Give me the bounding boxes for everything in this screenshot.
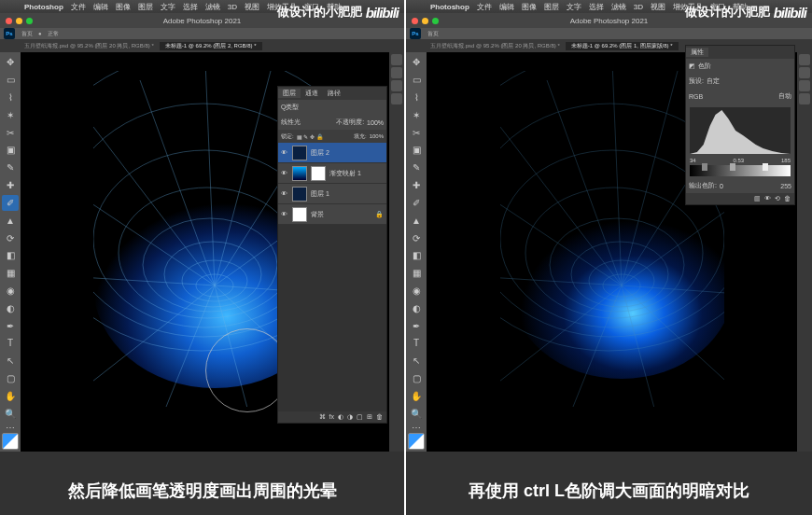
mask-icon[interactable]: ◐ <box>338 413 343 421</box>
frame-tool[interactable]: ▣ <box>2 142 19 159</box>
path-tool[interactable]: ↖ <box>408 353 425 369</box>
output-white[interactable]: 255 <box>780 183 791 189</box>
visibility-icon[interactable]: 👁 <box>281 149 288 156</box>
hand-tool[interactable]: ✋ <box>408 387 425 404</box>
wand-tool[interactable]: ✶ <box>2 106 19 123</box>
color-panel-icon[interactable] <box>799 54 810 65</box>
menu-edit[interactable]: 编辑 <box>93 2 108 12</box>
zoom-tool[interactable]: 🔍 <box>408 405 425 422</box>
blend-mode[interactable]: 正常 <box>48 30 59 38</box>
adjustments-panel-icon[interactable] <box>799 80 810 91</box>
pen-tool[interactable]: ✒ <box>2 317 19 334</box>
menu-file[interactable]: 文件 <box>477 2 492 12</box>
view-icon[interactable]: 👁 <box>764 195 771 202</box>
menu-type[interactable]: 文字 <box>567 2 581 12</box>
menu-file[interactable]: 文件 <box>71 2 86 12</box>
brush-tool[interactable]: ✐ <box>2 195 19 212</box>
tab-1[interactable]: 五月壁纸海报.psd @ 95.2% (图层 20 拷贝, RGB/8) * <box>19 42 160 50</box>
type-tool[interactable]: T <box>408 335 425 352</box>
input-slider[interactable] <box>690 165 791 176</box>
gradient-tool[interactable]: ▦ <box>408 265 425 282</box>
minimize-button[interactable] <box>16 18 22 24</box>
menu-edit[interactable]: 编辑 <box>499 2 514 12</box>
properties-panel[interactable]: 属性 ◩ 色阶 预设: 自定 RGB 自动 34 0.53 185 <box>685 45 795 205</box>
move-tool[interactable]: ✥ <box>408 54 425 71</box>
menu-3d[interactable]: 3D <box>634 3 643 11</box>
new-layer-icon[interactable]: ⊞ <box>367 413 372 421</box>
color-swatch[interactable] <box>408 433 425 450</box>
link-icon[interactable]: ⌘ <box>319 413 326 421</box>
edit-toolbar[interactable]: ⋯ <box>408 423 425 432</box>
clip-icon[interactable]: ▥ <box>754 195 761 202</box>
menu-type[interactable]: 文字 <box>161 2 175 12</box>
trash-icon[interactable]: 🗑 <box>784 195 791 202</box>
marquee-tool[interactable]: ▭ <box>2 72 19 89</box>
layer-item-bg[interactable]: 👁 背景 🔒 <box>278 204 386 225</box>
layers-panel-icon[interactable] <box>799 93 810 104</box>
input-black[interactable]: 34 <box>690 158 696 163</box>
minimize-button[interactable] <box>422 18 428 24</box>
ps-home-icon[interactable]: Ps <box>410 28 421 39</box>
menu-3d[interactable]: 3D <box>228 3 237 11</box>
maximize-button[interactable] <box>432 18 439 24</box>
pen-tool[interactable]: ✒ <box>408 317 425 334</box>
adjustments-panel-icon[interactable] <box>391 80 402 91</box>
fx-icon[interactable]: fx <box>329 413 334 421</box>
heal-tool[interactable]: ✚ <box>408 177 425 194</box>
tab-layers[interactable]: 图层 <box>278 89 301 98</box>
crop-tool[interactable]: ✂ <box>2 124 19 141</box>
menu-image[interactable]: 图像 <box>116 2 131 12</box>
fill-value[interactable]: 100% <box>370 133 384 139</box>
brush-tool[interactable]: ✐ <box>408 195 425 212</box>
marquee-tool[interactable]: ▭ <box>408 72 425 89</box>
crop-tool[interactable]: ✂ <box>408 124 425 141</box>
app-name[interactable]: Photoshop <box>24 3 63 11</box>
ps-home-icon[interactable]: Ps <box>4 28 15 39</box>
lock-icons[interactable]: ▦ ✎ ✥ 🔒 <box>297 133 323 140</box>
auto-button[interactable]: 自动 <box>778 91 791 101</box>
gradient-tool[interactable]: ▦ <box>2 265 19 282</box>
layer-item-1[interactable]: 👁 图层 1 <box>278 184 386 204</box>
edit-toolbar[interactable]: ⋯ <box>2 423 19 432</box>
menu-image[interactable]: 图像 <box>522 2 537 12</box>
stamp-tool[interactable]: ▲ <box>408 212 425 229</box>
home-button[interactable]: 首页 <box>21 30 33 38</box>
menu-layer[interactable]: 图层 <box>544 2 559 12</box>
menu-select[interactable]: 选择 <box>589 2 604 12</box>
blend-mode-select[interactable]: 线性光 <box>281 118 301 127</box>
menu-view[interactable]: 视图 <box>245 2 259 12</box>
history-brush-tool[interactable]: ⟳ <box>2 230 19 246</box>
reset-icon[interactable]: ⟲ <box>775 195 780 202</box>
preset-value[interactable]: 自定 <box>707 77 720 86</box>
color-swatch[interactable] <box>2 433 19 450</box>
heal-tool[interactable]: ✚ <box>2 177 19 194</box>
menu-view[interactable]: 视图 <box>651 2 665 12</box>
tab-2[interactable]: 未标题-1 @ 69.2% (图层 1, 图层蒙版/8) * <box>566 42 679 50</box>
tab-paths[interactable]: 路径 <box>323 89 345 98</box>
color-panel-icon[interactable] <box>391 54 402 65</box>
blur-tool[interactable]: ◉ <box>408 283 425 299</box>
menu-select[interactable]: 选择 <box>183 2 198 12</box>
menu-filter[interactable]: 滤镜 <box>205 2 220 12</box>
trash-icon[interactable]: 🗑 <box>376 413 383 421</box>
eraser-tool[interactable]: ◧ <box>408 247 425 264</box>
zoom-tool[interactable]: 🔍 <box>2 405 19 422</box>
eyedropper-tool[interactable]: ✎ <box>2 160 19 176</box>
group-icon[interactable]: ▢ <box>357 413 363 421</box>
lasso-tool[interactable]: ⌇ <box>408 90 425 106</box>
type-tool[interactable]: T <box>2 335 19 352</box>
stamp-tool[interactable]: ▲ <box>2 212 19 229</box>
tab-properties[interactable]: 属性 <box>686 48 708 57</box>
path-tool[interactable]: ↖ <box>2 353 19 369</box>
move-tool[interactable]: ✥ <box>2 54 19 71</box>
tab-channels[interactable]: 通道 <box>301 89 323 98</box>
tab-2[interactable]: 未标题-1 @ 69.2% (图层 2, RGB/8) * <box>160 42 262 50</box>
output-black[interactable]: 0 <box>720 183 723 189</box>
brush-icon[interactable]: ● <box>38 31 42 36</box>
close-button[interactable] <box>6 18 12 24</box>
eraser-tool[interactable]: ◧ <box>2 247 19 264</box>
close-button[interactable] <box>412 18 418 24</box>
swatches-panel-icon[interactable] <box>391 67 402 78</box>
channel-select[interactable]: RGB <box>689 93 703 100</box>
menu-filter[interactable]: 滤镜 <box>611 2 626 12</box>
